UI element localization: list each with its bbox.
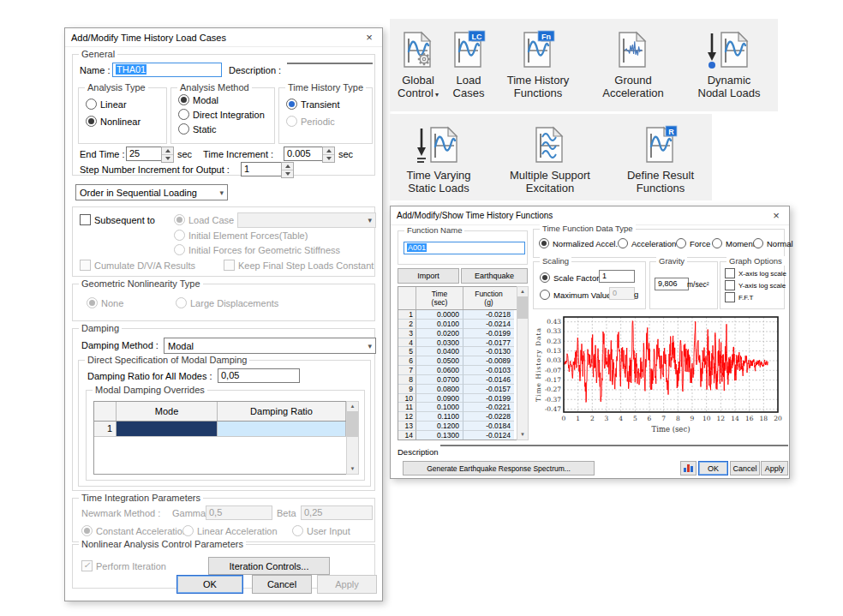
radio-direct-integration[interactable]: Direct Integration: [178, 109, 265, 120]
apply-button[interactable]: Apply: [761, 461, 788, 475]
radio-static[interactable]: Static: [178, 123, 217, 135]
function-cell[interactable]: -0.0199: [463, 394, 514, 404]
time-cell[interactable]: 0.0800: [416, 385, 463, 394]
time-cell[interactable]: 0.0300: [416, 338, 463, 348]
description-input[interactable]: [440, 445, 788, 446]
table-row[interactable]: 140.1300-0.0124: [398, 431, 517, 440]
radio-maximum-value[interactable]: Maximum Value: [540, 290, 611, 300]
step-number-spinner[interactable]: [281, 162, 294, 178]
function-cell[interactable]: -0.0130: [463, 347, 514, 356]
end-time-spinner[interactable]: [161, 147, 174, 163]
y-log-checkbox[interactable]: Y-axis log scale: [725, 280, 786, 290]
radio-transient[interactable]: Transient: [286, 99, 339, 110]
table-row[interactable]: 30.0200-0.0199: [398, 329, 517, 338]
table-row[interactable]: 120.1100-0.0228: [398, 412, 517, 422]
end-time-input[interactable]: 25: [126, 147, 164, 161]
close-icon[interactable]: ×: [763, 206, 789, 224]
table-row[interactable]: 110.1000-0.0221: [398, 403, 517, 412]
function-cell[interactable]: -0.0218: [463, 310, 514, 320]
time-cell[interactable]: 0.0000: [416, 310, 463, 320]
time-cell[interactable]: 0.0700: [416, 375, 463, 385]
ok-button[interactable]: OK: [176, 575, 243, 594]
toolbar-button-time-varying-static-loads[interactable]: Time VaryingStatic Loads: [390, 121, 487, 200]
function-cell[interactable]: -0.0184: [463, 422, 514, 431]
time-increment-spinner[interactable]: [322, 147, 335, 163]
function-cell[interactable]: -0.0177: [463, 338, 514, 348]
function-cell[interactable]: -0.0228: [463, 412, 514, 422]
cancel-button[interactable]: Cancel: [252, 575, 312, 594]
radio-acceleration[interactable]: Acceleration: [618, 238, 676, 248]
time-cell[interactable]: 0.1300: [416, 431, 463, 440]
toolbar-button-define-result-functions[interactable]: RDefine ResultFunctions: [613, 121, 708, 200]
table-row[interactable]: 80.0700-0.0146: [398, 375, 517, 385]
time-cell[interactable]: 0.1200: [416, 422, 463, 431]
scroll-up-icon[interactable]: ▲: [517, 287, 528, 296]
iteration-controls-button[interactable]: Iteration Controls...: [208, 557, 330, 575]
time-cell[interactable]: 0.0100: [416, 320, 463, 329]
table-row[interactable]: 130.1200-0.0184: [398, 422, 517, 431]
function-cell[interactable]: -0.0199: [463, 329, 514, 338]
function-cell[interactable]: -0.0146: [463, 375, 514, 385]
overrides-ratio-cell[interactable]: [218, 422, 346, 436]
radio-linear[interactable]: Linear: [86, 99, 127, 110]
radio-moment[interactable]: Moment: [712, 238, 755, 248]
function-cell[interactable]: -0.0089: [463, 356, 514, 366]
scroll-down-icon[interactable]: ▼: [347, 464, 358, 474]
toolbar-button-load-cases[interactable]: LCLoadCases: [446, 26, 491, 111]
damping-method-dropdown[interactable]: Modal▾: [164, 338, 376, 354]
import-button[interactable]: Import: [398, 268, 459, 284]
table-row[interactable]: 20.0100-0.0214: [398, 320, 517, 329]
time-cell[interactable]: 0.0500: [416, 356, 463, 366]
function-cell[interactable]: -0.0214: [463, 320, 514, 329]
toolbar-button-dynamic-nodal-loads[interactable]: DynamicNodal Loads: [681, 26, 777, 111]
scrollbar-thumb[interactable]: [347, 411, 358, 437]
time-increment-input[interactable]: 0.005: [284, 147, 325, 161]
time-cell[interactable]: 0.0400: [416, 347, 463, 356]
name-input[interactable]: THA01: [112, 63, 222, 77]
radio-normalized-accel[interactable]: Normalized Accel.: [539, 238, 618, 248]
time-cell[interactable]: 0.1100: [416, 412, 463, 422]
scrollbar-thumb[interactable]: [517, 296, 528, 319]
step-number-input[interactable]: 1: [241, 162, 284, 176]
damping-ratio-input[interactable]: 0,05: [218, 368, 300, 383]
radio-normal[interactable]: Normal: [753, 238, 793, 248]
toolbar-button-ground-acceleration[interactable]: GroundAcceleration: [585, 26, 681, 111]
radio-force[interactable]: Force: [676, 238, 710, 248]
time-cell[interactable]: 0.0900: [416, 394, 463, 404]
time-cell[interactable]: 0.0600: [416, 366, 463, 375]
function-cell[interactable]: -0.0103: [463, 366, 514, 375]
function-cell[interactable]: -0.0157: [463, 385, 514, 394]
scroll-up-icon[interactable]: ▲: [347, 402, 358, 411]
subsequent-to-checkbox[interactable]: Subsequent to: [80, 214, 155, 225]
overrides-mode-cell[interactable]: [117, 422, 218, 436]
table-row[interactable]: 50.0400-0.0130: [398, 347, 517, 356]
chart-view-button[interactable]: [680, 461, 697, 475]
description-input[interactable]: [287, 63, 373, 64]
toolbar-button-time-history-functions[interactable]: FnTime HistoryFunctions: [491, 26, 585, 111]
function-name-input[interactable]: A001: [404, 242, 525, 254]
generate-spectrum-button[interactable]: Generate Earthquake Response Spectrum...: [403, 461, 595, 475]
radio-nonlinear[interactable]: Nonlinear: [86, 116, 140, 127]
table-row[interactable]: 100.0900-0.0199: [398, 394, 517, 404]
function-table-scrollbar[interactable]: ▲ ▼: [517, 286, 529, 440]
time-cell[interactable]: 0.0200: [416, 329, 463, 338]
gravity-input[interactable]: 9,806: [655, 278, 689, 290]
time-cell[interactable]: 0.1000: [416, 403, 463, 412]
radio-scale-factor[interactable]: Scale Factor: [540, 272, 599, 283]
x-log-checkbox[interactable]: X-axis log scale: [725, 268, 786, 278]
table-row[interactable]: 70.0600-0.0103: [398, 366, 517, 375]
function-cell[interactable]: -0.0221: [463, 403, 514, 412]
table-row[interactable]: 90.0800-0.0157: [398, 385, 517, 394]
radio-modal[interactable]: Modal: [178, 94, 218, 105]
scroll-down-icon[interactable]: ▼: [517, 430, 528, 440]
order-in-sequential-loading-dropdown[interactable]: Order in Sequential Loading▾: [75, 184, 228, 200]
overrides-scrollbar[interactable]: ▲ ▼: [346, 401, 359, 475]
function-cell[interactable]: -0.0124: [463, 431, 514, 440]
table-row[interactable]: 40.0300-0.0177: [398, 338, 517, 348]
table-row[interactable]: 60.0500-0.0089: [398, 356, 517, 366]
scale-factor-input[interactable]: 1: [599, 270, 635, 283]
close-icon[interactable]: ×: [356, 28, 382, 46]
earthquake-button[interactable]: Earthquake: [461, 268, 528, 284]
cancel-button[interactable]: Cancel: [730, 461, 760, 475]
ok-button[interactable]: OK: [698, 461, 728, 475]
